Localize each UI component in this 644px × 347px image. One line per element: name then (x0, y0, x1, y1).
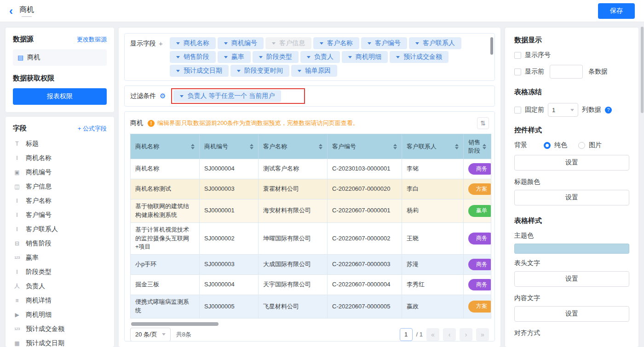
field-item-商机编号[interactable]: ▣商机编号 (13, 165, 107, 179)
column-header-客户编号[interactable]: 客户编号 (328, 134, 402, 159)
fix-columns-select[interactable]: 1 (548, 103, 578, 117)
chart-icon: ◫ (13, 183, 21, 190)
column-header-商机名称[interactable]: 商机名称 (131, 134, 200, 159)
back-button[interactable]: ‹ (9, 6, 13, 17)
field-item-标题[interactable]: T标题 (13, 137, 107, 151)
window-scrollbar-thumb[interactable] (641, 27, 644, 113)
content-text-set-button[interactable]: 设置 (514, 306, 629, 322)
gear-icon[interactable]: ⚙ (160, 92, 166, 100)
title-color-label: 标题颜色 (514, 178, 629, 186)
show-first-suffix: 条数据 (588, 68, 608, 76)
page-last-button[interactable]: » (476, 328, 489, 341)
cell-customer-code: C-20220607-0000020 (328, 179, 402, 199)
add-formula-field-link[interactable]: + 公式字段 (78, 125, 107, 133)
column-header-商机编号[interactable]: 商机编号 (200, 134, 259, 159)
theme-color-label: 主题色 (514, 232, 629, 240)
display-field-tag-负责人[interactable]: 负责人 (300, 51, 340, 63)
save-button[interactable]: 保存 (598, 3, 635, 19)
cell-stage: 方案 (464, 295, 491, 319)
content-text-label: 内容文字 (514, 294, 629, 302)
display-field-tag-客户信息[interactable]: 客户信息 (265, 37, 311, 49)
field-item-负责人[interactable]: 人负责人 (13, 279, 107, 293)
column-header-客户名称[interactable]: 客户名称 (259, 134, 328, 159)
field-item-商机名称[interactable]: I商机名称 (13, 151, 107, 165)
help-icon[interactable]: ? (605, 107, 612, 114)
total-pages: / 1 (416, 331, 423, 338)
display-field-tag-预计成交日期[interactable]: 预计成交日期 (170, 65, 229, 77)
stage-badge: 商务 (468, 259, 491, 270)
horizontal-scrollbar-thumb[interactable] (131, 322, 218, 326)
chevron-down-icon (320, 42, 323, 45)
filter-condition-tag[interactable]: 负责人 等于任意一个 当前用户 (173, 90, 281, 102)
field-item-赢率[interactable]: 123赢率 (13, 250, 107, 265)
column-header-客户联系人[interactable]: 客户联系人 (402, 134, 464, 159)
tag-label: 赢率 (231, 53, 244, 61)
field-item-销售阶段[interactable]: ⊟销售阶段 (13, 236, 107, 250)
display-field-tag-客户名称[interactable]: 客户名称 (313, 37, 359, 49)
sort-icon (393, 144, 397, 149)
fix-columns-checkbox[interactable] (514, 107, 521, 114)
theme-color-swatch[interactable] (514, 244, 629, 254)
vertical-scrollbar-thumb[interactable] (490, 37, 493, 55)
page-prev-button[interactable]: ‹ (443, 328, 456, 341)
field-item-客户联系人[interactable]: I客户联系人 (13, 222, 107, 236)
display-field-tag-预计成交金额[interactable]: 预计成交金额 (390, 51, 448, 63)
field-label: 商机编号 (26, 168, 52, 176)
show-first-label: 显示前 (525, 68, 544, 76)
chevron-down-icon (176, 42, 180, 45)
column-header-销售阶段[interactable]: 销售阶段 (464, 134, 491, 159)
display-field-tag-商机名称[interactable]: 商机名称 (170, 37, 216, 49)
display-field-tag-赢率[interactable]: 赢率 (218, 51, 251, 63)
field-item-预计成交日期[interactable]: ▦预计成交日期 (13, 336, 107, 347)
chevron-down-icon (224, 42, 228, 45)
display-field-tag-阶段变更时间[interactable]: 阶段变更时间 (230, 65, 289, 77)
add-field-button[interactable]: + (159, 40, 163, 77)
display-field-tag-客户编号[interactable]: 客户编号 (361, 37, 407, 49)
datasource-item[interactable]: ▤ 商机 (13, 49, 107, 66)
date-icon: ▦ (13, 340, 21, 347)
title-color-set-button[interactable]: 设置 (514, 190, 629, 205)
widget-style-section: 控件样式 背景 纯色 图片 设置 标题颜色 设置 (514, 126, 629, 207)
sort-icon (455, 144, 459, 149)
tag-label: 客户名称 (327, 39, 353, 47)
display-field-tag-客户联系人[interactable]: 客户联系人 (409, 37, 461, 49)
chevron-down-icon (259, 56, 263, 58)
display-field-tag-输单原因[interactable]: 输单原因 (291, 65, 337, 77)
field-item-商机详情[interactable]: ≡商机详情 (13, 293, 107, 307)
display-field-tag-阶段类型[interactable]: 阶段类型 (253, 51, 299, 63)
preview-panel: 显示字段 + 商机名称商机编号客户信息客户名称客户编号客户联系人销售阶段赢率阶段… (119, 28, 500, 347)
page-size-value: 20 条/页 (135, 330, 157, 339)
page-next-button[interactable]: › (460, 328, 472, 341)
page-first-button[interactable]: « (426, 328, 439, 341)
display-field-tag-商机编号[interactable]: 商机编号 (218, 37, 264, 49)
document-icon: ▤ (17, 54, 23, 61)
stage-badge: 商务 (468, 279, 491, 290)
header-text-set-button[interactable]: 设置 (514, 271, 629, 287)
display-field-tag-销售阶段[interactable]: 销售阶段 (170, 51, 216, 63)
show-index-label: 显示序号 (525, 51, 551, 59)
background-set-button[interactable]: 设置 (514, 155, 629, 171)
title-underline (22, 16, 32, 17)
field-item-商机明细[interactable]: ▶商机明细 (13, 307, 107, 322)
field-item-客户名称[interactable]: I客户名称 (13, 193, 107, 208)
image-radio[interactable] (578, 142, 585, 149)
field-label: 阶段类型 (26, 268, 52, 276)
field-item-客户编号[interactable]: I客户编号 (13, 208, 107, 222)
show-index-checkbox[interactable] (514, 52, 521, 59)
show-first-checkbox[interactable] (514, 68, 521, 75)
change-datasource-link[interactable]: 更改数据源 (77, 35, 107, 44)
field-label: 商机详情 (26, 296, 52, 305)
solid-color-radio[interactable] (544, 142, 551, 149)
sort-toggle-icon[interactable]: ⇅ (477, 117, 489, 129)
field-item-预计成交金额[interactable]: 123预计成交金额 (13, 322, 107, 336)
field-item-阶段类型[interactable]: I阶段类型 (13, 265, 107, 279)
current-page-input[interactable]: 1 (400, 328, 413, 341)
page-size-select[interactable]: 20 条/页 (130, 328, 171, 341)
fix-columns-label: 固定前 (525, 106, 544, 114)
display-field-tag-商机明细[interactable]: 商机明细 (342, 51, 388, 63)
field-item-客户信息[interactable]: ◫客户信息 (13, 179, 107, 193)
stage-badge: 商务 (468, 233, 491, 244)
report-permission-button[interactable]: 报表权限 (13, 88, 107, 105)
fields-panel: 字段 + 公式字段 T标题I商机名称▣商机编号◫客户信息I客户名称I客户编号I客… (6, 117, 114, 347)
row-count-input[interactable] (550, 65, 583, 79)
